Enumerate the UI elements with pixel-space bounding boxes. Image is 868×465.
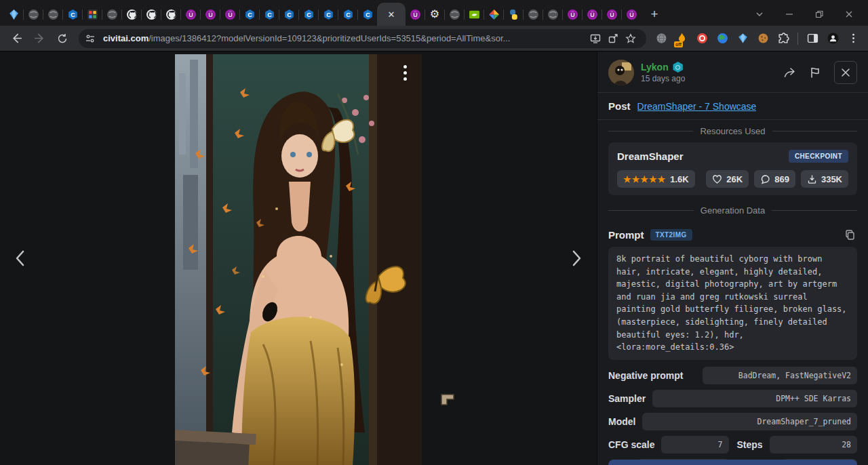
likes-pill[interactable]: 26K — [706, 170, 749, 188]
pinned-tab-purpleU-icon[interactable]: Ü — [622, 5, 641, 24]
pinned-tab-settings-icon[interactable]: ⚙ — [425, 5, 444, 24]
pinned-tab-civitai-icon[interactable]: C — [319, 5, 338, 24]
pinned-tab-civitai-icon[interactable]: C — [260, 5, 279, 24]
url-text[interactable]: civitai.com/images/1386412?modelVersionI… — [103, 33, 587, 43]
extension-red-o-icon[interactable] — [692, 29, 711, 48]
pinned-tab-purpleU-icon[interactable]: Ü — [602, 5, 621, 24]
comment-icon — [760, 174, 770, 184]
pinned-tab-globe-icon[interactable] — [43, 5, 62, 24]
image-options-menu[interactable] — [397, 60, 412, 85]
install-app-icon[interactable] — [587, 31, 604, 47]
cfg-scale-value[interactable]: 7 — [661, 436, 728, 453]
pinned-tab-globe-icon[interactable] — [543, 5, 562, 24]
sampler-value[interactable]: DPM++ SDE Karras — [652, 390, 857, 407]
rating-pill[interactable]: ★★★★★ 1.6K — [617, 170, 695, 188]
pinned-tab-civitai-icon[interactable]: C — [279, 5, 298, 24]
username[interactable]: Lykon — [641, 62, 669, 73]
pinned-tab-github-icon[interactable] — [142, 5, 161, 24]
share-page-icon[interactable] — [604, 31, 622, 47]
extension-sphere-icon[interactable] — [652, 29, 671, 48]
pinned-tab-purpleU-icon[interactable]: Ü — [201, 5, 220, 24]
forward-button[interactable] — [28, 28, 50, 49]
star-rating-icons: ★★★★★ — [623, 174, 666, 184]
extension-cookie-icon[interactable] — [753, 29, 772, 48]
share-icon[interactable] — [781, 64, 797, 81]
extension-gem-icon[interactable] — [733, 29, 752, 48]
negative-prompt-value[interactable]: BadDream, FastNegativeV2 — [703, 367, 857, 384]
minimize-button[interactable] — [774, 4, 804, 24]
close-window-button[interactable] — [834, 4, 864, 24]
back-button[interactable] — [5, 28, 27, 49]
pinned-tab-gem-icon[interactable] — [4, 5, 23, 24]
pinned-tab-civitai-icon[interactable]: C — [338, 5, 357, 24]
address-bar[interactable]: civitai.com/images/1386412?modelVersionI… — [79, 29, 646, 48]
sampler-label: Sampler — [608, 393, 646, 404]
svg-text:Ü: Ü — [590, 12, 595, 18]
copy-prompt-icon[interactable] — [842, 227, 857, 242]
previous-image-button[interactable] — [5, 238, 35, 279]
downloads-pill[interactable]: 335K — [801, 170, 848, 188]
tab-search-chevron-icon[interactable] — [745, 4, 774, 24]
next-image-button[interactable] — [561, 238, 591, 279]
svg-text:Ü: Ü — [208, 12, 213, 18]
pinned-tab-globe-icon[interactable] — [524, 5, 542, 24]
prompt-text[interactable]: 8k portrait of beautiful cyborg with bro… — [608, 247, 857, 360]
pinned-tab-civitai-icon[interactable]: C — [240, 5, 259, 24]
pinned-tab-store-icon[interactable] — [83, 5, 102, 24]
pinned-tab-purpleU-icon[interactable]: Ü — [563, 5, 582, 24]
svg-text:Ü: Ü — [570, 12, 575, 18]
pinned-tab-nvidia-icon[interactable] — [465, 5, 484, 24]
prompt-header: Prompt TXT2IMG — [608, 227, 857, 242]
toolbar-separator — [797, 33, 798, 45]
pinned-tab-purpleU-icon[interactable]: Ü — [583, 5, 601, 24]
steps-value[interactable]: 28 — [770, 436, 857, 453]
svg-text:C: C — [267, 11, 272, 18]
pinned-tab-diamond-icon[interactable] — [484, 5, 503, 24]
site-info-icon[interactable] — [81, 31, 99, 46]
copy-generation-data-button[interactable] — [608, 460, 857, 465]
artwork-image[interactable] — [175, 54, 422, 465]
post-link[interactable]: DreamShaper - 7 Showcase — [637, 101, 757, 112]
browser-window: CÜÜÜCCCCCCC✕Ü⚙ÜÜÜÜ + civitai.com/images/… — [0, 0, 868, 465]
resources-used-label: Resources Used — [700, 126, 765, 136]
side-panel-icon[interactable] — [803, 29, 822, 48]
pinned-tab-github-icon[interactable] — [122, 5, 141, 24]
pinned-tab-civitai-icon[interactable]: C — [299, 5, 318, 24]
active-tab[interactable]: ✕ — [377, 3, 406, 26]
extension-flame-icon[interactable]: off — [672, 29, 691, 48]
resource-card[interactable]: DreamShaper CHECKPOINT ★★★★★ 1.6K 26K — [608, 142, 857, 195]
svg-text:Ü: Ü — [413, 12, 418, 18]
model-value[interactable]: DreamShaper_7_pruned — [642, 413, 857, 430]
pinned-tab-civitai-icon[interactable]: C — [63, 5, 82, 24]
resource-name[interactable]: DreamShaper — [617, 150, 684, 162]
sampler-row: Sampler DPM++ SDE Karras — [608, 390, 857, 407]
pinned-tab-globe-icon[interactable] — [445, 5, 464, 24]
profile-avatar-icon[interactable] — [823, 29, 842, 48]
browser-menu-kebab-icon[interactable] — [844, 29, 863, 48]
pinned-tab-python-icon[interactable] — [504, 5, 523, 24]
svg-text:C: C — [71, 11, 75, 18]
restore-button[interactable] — [804, 4, 834, 24]
comments-pill[interactable]: 869 — [754, 170, 795, 188]
reload-button[interactable] — [52, 28, 73, 49]
user-avatar[interactable] — [608, 60, 634, 85]
flag-icon[interactable] — [807, 64, 823, 81]
pinned-tabs[interactable]: CÜÜÜCCCCCCC✕Ü⚙ÜÜÜÜ — [4, 3, 641, 26]
cfg-steps-row: CFG scale 7 Steps 28 — [608, 436, 857, 453]
svg-text:C: C — [366, 11, 370, 18]
pinned-tab-globe-icon[interactable] — [24, 5, 43, 24]
close-panel-button[interactable] — [834, 61, 857, 84]
mouse-cursor — [441, 394, 454, 405]
pinned-tab-purpleU-icon[interactable]: Ü — [220, 5, 239, 24]
pinned-tab-purpleU-icon[interactable]: Ü — [406, 5, 425, 24]
post-row: Post DreamShaper - 7 Showcase — [597, 93, 868, 120]
bookmark-star-icon[interactable] — [622, 31, 639, 47]
extensions-puzzle-icon[interactable] — [774, 29, 793, 48]
extension-globe-icon[interactable] — [713, 29, 732, 48]
pinned-tab-civitai-icon[interactable]: C — [358, 5, 377, 24]
header-actions — [781, 61, 857, 84]
pinned-tab-github-icon[interactable] — [161, 5, 180, 24]
pinned-tab-globe-icon[interactable] — [102, 5, 121, 24]
new-tab-button[interactable]: + — [645, 5, 664, 24]
pinned-tab-purpleU-icon[interactable]: Ü — [181, 5, 200, 24]
